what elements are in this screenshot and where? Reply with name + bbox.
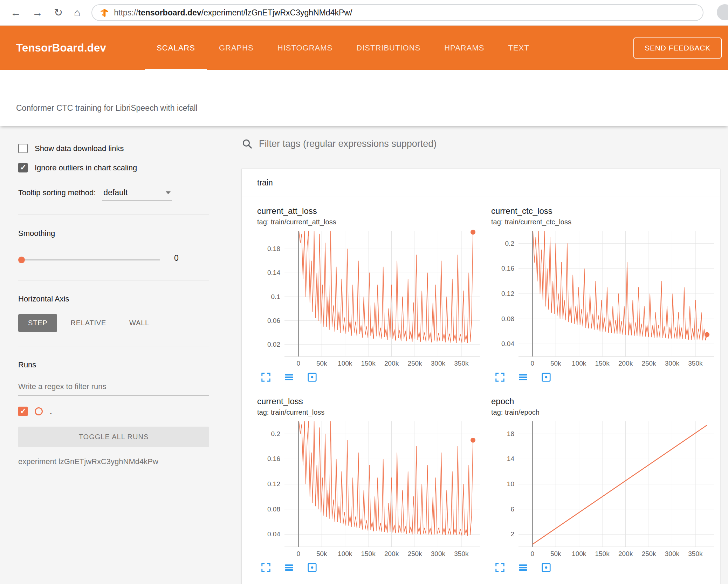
chart-plot[interactable]: 0.020.060.10.140.18050k100k150k200k250k3… <box>257 228 485 368</box>
url-text: https://tensorboard.dev/experiment/lzGnE… <box>114 8 352 18</box>
ignore-outliers-row[interactable]: Ignore outliers in chart scaling <box>18 163 209 172</box>
runs-label: Runs <box>18 360 209 369</box>
tooltip-sorting-label: Tooltip sorting method: <box>18 188 96 197</box>
chart-title: current_ctc_loss <box>491 206 719 216</box>
chart-tag: tag: train/epoch <box>491 408 719 416</box>
chart-plot[interactable]: 0.040.080.120.160.2050k100k150k200k250k3… <box>491 228 719 368</box>
fit-domain-icon[interactable] <box>307 562 317 573</box>
svg-text:200k: 200k <box>384 550 399 557</box>
chart-title: current_att_loss <box>257 206 485 216</box>
filter-lines-icon[interactable] <box>518 372 528 382</box>
tab-graphs[interactable]: GRAPHS <box>207 26 266 70</box>
back-icon[interactable]: ← <box>11 7 21 18</box>
tab-scalars[interactable]: SCALARS <box>145 26 207 70</box>
filter-tags-input[interactable] <box>259 138 720 149</box>
fit-domain-icon[interactable] <box>307 372 317 382</box>
axis-wall-button[interactable]: WALL <box>119 314 159 332</box>
send-feedback-button[interactable]: SEND FEEDBACK <box>633 38 722 59</box>
filter-lines-icon[interactable] <box>518 562 528 573</box>
show-download-links-row[interactable]: Show data download links <box>18 144 209 153</box>
tab-histograms[interactable]: HISTOGRAMS <box>266 26 345 70</box>
chart-toolbar <box>491 372 719 382</box>
home-icon[interactable]: ⌂ <box>74 7 80 18</box>
chart-tag: tag: train/current_ctc_loss <box>491 218 719 226</box>
run-checkbox[interactable] <box>18 407 28 416</box>
filter-lines-icon[interactable] <box>284 562 294 573</box>
svg-text:150k: 150k <box>361 550 376 557</box>
tab-hparams[interactable]: HPARAMS <box>432 26 496 70</box>
smoothing-slider[interactable] <box>18 259 160 260</box>
tab-text[interactable]: TEXT <box>496 26 541 70</box>
expand-chart-icon[interactable] <box>495 562 505 573</box>
tooltip-sorting-row: Tooltip sorting method: default <box>18 187 209 201</box>
svg-text:300k: 300k <box>431 550 446 557</box>
chart-plot[interactable]: 26101418050k100k150k200k250k300k350k <box>491 418 719 558</box>
chart-tag: tag: train/current_loss <box>257 408 485 416</box>
smoothing-slider-thumb[interactable] <box>18 257 25 263</box>
horizontal-axis-buttons: STEP RELATIVE WALL <box>18 314 209 332</box>
expand-chart-icon[interactable] <box>495 372 505 382</box>
run-name: . <box>50 406 52 416</box>
chart-current-att-loss: current_att_loss tag: train/current_att_… <box>257 206 485 382</box>
experiment-title: Conformer CTC training for LibriSpeech w… <box>16 103 198 113</box>
chart-title: current_loss <box>257 396 485 406</box>
divider <box>18 215 209 215</box>
svg-text:0.2: 0.2 <box>505 240 514 247</box>
chart-plot[interactable]: 0.040.080.120.160.2050k100k150k200k250k3… <box>257 418 485 558</box>
svg-text:350k: 350k <box>688 360 703 367</box>
svg-text:0: 0 <box>531 550 535 557</box>
forward-icon[interactable]: → <box>32 7 43 18</box>
nav-tabs: SCALARS GRAPHS HISTOGRAMS DISTRIBUTIONS … <box>145 26 541 70</box>
ignore-outliers-label: Ignore outliers in chart scaling <box>35 163 137 172</box>
chart-toolbar <box>491 562 719 573</box>
expand-chart-icon[interactable] <box>261 562 271 573</box>
axis-step-button[interactable]: STEP <box>18 314 57 332</box>
tab-distributions[interactable]: DISTRIBUTIONS <box>344 26 432 70</box>
svg-text:18: 18 <box>507 430 514 437</box>
svg-text:200k: 200k <box>384 360 399 367</box>
run-color-icon <box>35 407 43 415</box>
svg-text:0.04: 0.04 <box>267 530 280 538</box>
svg-text:300k: 300k <box>665 360 680 367</box>
toggle-all-runs-button[interactable]: TOGGLE ALL RUNS <box>18 427 209 447</box>
fit-domain-icon[interactable] <box>541 372 551 382</box>
svg-text:0.02: 0.02 <box>267 341 280 348</box>
svg-text:300k: 300k <box>431 360 446 367</box>
tooltip-sorting-select[interactable]: default <box>102 187 172 201</box>
show-download-links-label: Show data download links <box>35 144 124 153</box>
svg-text:100k: 100k <box>338 360 352 367</box>
svg-text:250k: 250k <box>407 550 422 557</box>
svg-text:300k: 300k <box>665 550 680 557</box>
runs-filter-input[interactable] <box>18 379 209 396</box>
expand-chart-icon[interactable] <box>261 372 271 382</box>
train-card-header[interactable]: train <box>242 169 720 197</box>
reload-icon[interactable]: ↻ <box>54 7 63 18</box>
svg-text:0.1: 0.1 <box>271 293 280 300</box>
svg-text:0.18: 0.18 <box>267 245 280 252</box>
svg-text:0.12: 0.12 <box>501 290 514 297</box>
fit-domain-icon[interactable] <box>541 562 551 573</box>
svg-text:250k: 250k <box>641 550 656 557</box>
run-item[interactable]: . <box>18 406 209 416</box>
smoothing-value[interactable]: 0 <box>171 253 209 266</box>
svg-text:10: 10 <box>507 480 514 488</box>
svg-text:250k: 250k <box>407 360 422 367</box>
axis-relative-button[interactable]: RELATIVE <box>61 314 116 332</box>
ignore-outliers-checkbox[interactable] <box>18 163 28 172</box>
svg-text:100k: 100k <box>572 550 586 557</box>
divider <box>18 346 209 346</box>
avatar[interactable] <box>717 4 728 20</box>
app-title: TensorBoard.dev <box>16 42 106 54</box>
address-bar[interactable]: https://tensorboard.dev/experiment/lzGnE… <box>91 4 703 21</box>
url-path: /experiment/lzGnETjwRxC3yghNMd4kPw/ <box>201 8 352 17</box>
tooltip-sorting-value: default <box>103 188 128 197</box>
show-download-links-checkbox[interactable] <box>18 144 28 153</box>
page: ← → ↻ ⌂ https://tensorboard.dev/experime… <box>0 0 728 584</box>
horizontal-axis-label: Horizontal Axis <box>18 294 209 304</box>
filter-lines-icon[interactable] <box>284 372 294 382</box>
svg-text:250k: 250k <box>641 360 656 367</box>
filter-tags-row <box>241 138 720 155</box>
charts-grid: current_att_loss tag: train/current_att_… <box>242 197 720 584</box>
tensorboard-logo-icon <box>100 8 109 17</box>
svg-text:350k: 350k <box>454 550 469 557</box>
